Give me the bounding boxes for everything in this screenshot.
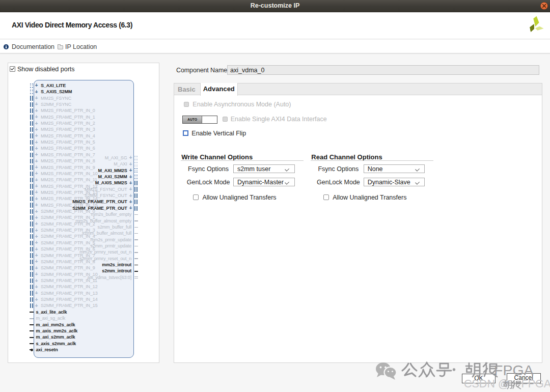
svg-text:CSDN @: CSDN @	[464, 379, 509, 390]
svg-text:FPGA: FPGA	[521, 379, 550, 390]
svg-text:FPGA: FPGA	[494, 362, 534, 378]
